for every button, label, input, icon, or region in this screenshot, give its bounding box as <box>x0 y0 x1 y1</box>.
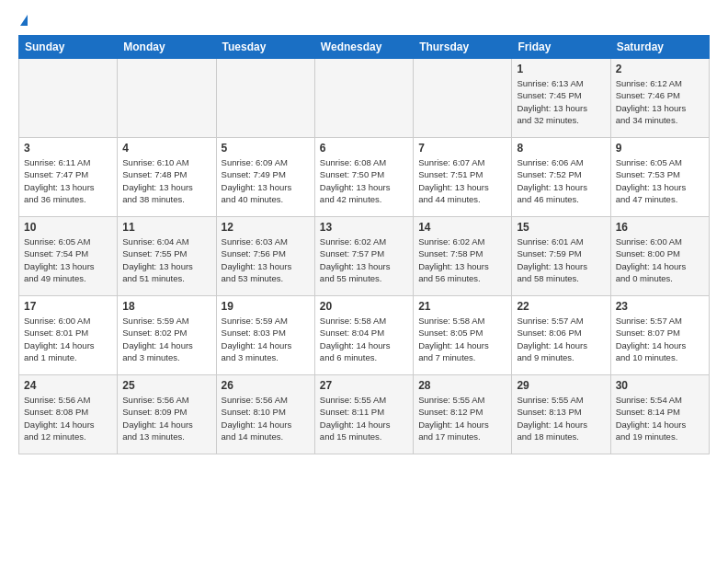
day-cell: 10Sunrise: 6:05 AM Sunset: 7:54 PM Dayli… <box>19 217 118 296</box>
day-number: 30 <box>616 379 704 392</box>
day-number: 19 <box>222 300 310 313</box>
day-number: 18 <box>122 300 210 313</box>
day-cell: 8Sunrise: 6:06 AM Sunset: 7:52 PM Daylig… <box>512 138 610 217</box>
header <box>18 15 710 26</box>
day-cell: 13Sunrise: 6:02 AM Sunset: 7:57 PM Dayli… <box>314 217 413 296</box>
day-info: Sunrise: 5:59 AM Sunset: 8:02 PM Dayligh… <box>122 315 210 363</box>
col-header-saturday: Saturday <box>610 36 709 59</box>
day-number: 21 <box>418 300 506 313</box>
day-info: Sunrise: 6:13 AM Sunset: 7:45 PM Dayligh… <box>517 77 605 126</box>
day-info: Sunrise: 5:56 AM Sunset: 8:10 PM Dayligh… <box>222 394 310 442</box>
day-number: 20 <box>320 300 408 313</box>
day-info: Sunrise: 6:06 AM Sunset: 7:52 PM Dayligh… <box>517 156 605 205</box>
day-number: 15 <box>517 221 605 234</box>
week-row-5: 24Sunrise: 5:56 AM Sunset: 8:08 PM Dayli… <box>19 375 710 454</box>
day-cell: 17Sunrise: 6:00 AM Sunset: 8:01 PM Dayli… <box>19 296 118 375</box>
day-info: Sunrise: 6:08 AM Sunset: 7:50 PM Dayligh… <box>320 156 408 205</box>
day-info: Sunrise: 5:55 AM Sunset: 8:11 PM Dayligh… <box>320 394 408 442</box>
day-number: 7 <box>418 142 506 155</box>
day-number: 11 <box>122 221 210 234</box>
day-cell: 21Sunrise: 5:58 AM Sunset: 8:05 PM Dayli… <box>414 296 512 375</box>
day-cell: 3Sunrise: 6:11 AM Sunset: 7:47 PM Daylig… <box>19 138 118 217</box>
week-row-2: 3Sunrise: 6:11 AM Sunset: 7:47 PM Daylig… <box>19 138 710 217</box>
logo <box>18 15 28 26</box>
day-info: Sunrise: 5:56 AM Sunset: 8:09 PM Dayligh… <box>122 394 210 442</box>
day-cell: 9Sunrise: 6:05 AM Sunset: 7:53 PM Daylig… <box>610 138 709 217</box>
day-cell <box>314 59 413 138</box>
col-header-monday: Monday <box>118 36 216 59</box>
day-number: 29 <box>517 379 605 392</box>
day-number: 22 <box>517 300 605 313</box>
day-info: Sunrise: 6:02 AM Sunset: 7:57 PM Dayligh… <box>320 236 408 284</box>
day-number: 2 <box>616 63 704 75</box>
day-cell: 11Sunrise: 6:04 AM Sunset: 7:55 PM Dayli… <box>118 217 216 296</box>
day-number: 27 <box>320 379 408 392</box>
day-number: 14 <box>418 221 506 234</box>
day-number: 1 <box>517 63 605 75</box>
col-header-sunday: Sunday <box>19 36 118 59</box>
day-cell: 5Sunrise: 6:09 AM Sunset: 7:49 PM Daylig… <box>216 138 314 217</box>
day-info: Sunrise: 6:00 AM Sunset: 8:00 PM Dayligh… <box>616 236 704 284</box>
week-row-3: 10Sunrise: 6:05 AM Sunset: 7:54 PM Dayli… <box>19 217 710 296</box>
day-cell: 27Sunrise: 5:55 AM Sunset: 8:11 PM Dayli… <box>314 375 413 454</box>
day-cell: 14Sunrise: 6:02 AM Sunset: 7:58 PM Dayli… <box>414 217 512 296</box>
day-cell <box>19 59 118 138</box>
day-cell: 12Sunrise: 6:03 AM Sunset: 7:56 PM Dayli… <box>216 217 314 296</box>
col-header-tuesday: Tuesday <box>216 36 314 59</box>
day-number: 28 <box>418 379 506 392</box>
calendar-table: SundayMondayTuesdayWednesdayThursdayFrid… <box>18 35 710 454</box>
page: SundayMondayTuesdayWednesdayThursdayFrid… <box>0 0 728 469</box>
day-number: 6 <box>320 142 408 155</box>
day-cell: 25Sunrise: 5:56 AM Sunset: 8:09 PM Dayli… <box>118 375 216 454</box>
day-cell <box>118 59 216 138</box>
day-info: Sunrise: 6:12 AM Sunset: 7:46 PM Dayligh… <box>616 77 704 126</box>
day-cell: 24Sunrise: 5:56 AM Sunset: 8:08 PM Dayli… <box>19 375 118 454</box>
col-header-friday: Friday <box>512 36 610 59</box>
day-number: 23 <box>616 300 704 313</box>
day-info: Sunrise: 6:05 AM Sunset: 7:53 PM Dayligh… <box>616 156 704 205</box>
day-cell: 15Sunrise: 6:01 AM Sunset: 7:59 PM Dayli… <box>512 217 610 296</box>
day-cell: 6Sunrise: 6:08 AM Sunset: 7:50 PM Daylig… <box>314 138 413 217</box>
day-info: Sunrise: 6:00 AM Sunset: 8:01 PM Dayligh… <box>24 315 112 363</box>
day-info: Sunrise: 5:54 AM Sunset: 8:14 PM Dayligh… <box>616 394 704 442</box>
day-cell: 29Sunrise: 5:55 AM Sunset: 8:13 PM Dayli… <box>512 375 610 454</box>
logo-triangle-icon <box>20 15 28 26</box>
day-info: Sunrise: 5:57 AM Sunset: 8:07 PM Dayligh… <box>616 315 704 363</box>
day-cell: 23Sunrise: 5:57 AM Sunset: 8:07 PM Dayli… <box>610 296 709 375</box>
day-cell: 7Sunrise: 6:07 AM Sunset: 7:51 PM Daylig… <box>414 138 512 217</box>
day-number: 8 <box>517 142 605 155</box>
day-info: Sunrise: 6:05 AM Sunset: 7:54 PM Dayligh… <box>24 236 112 284</box>
day-number: 26 <box>222 379 310 392</box>
day-cell: 28Sunrise: 5:55 AM Sunset: 8:12 PM Dayli… <box>414 375 512 454</box>
day-info: Sunrise: 5:58 AM Sunset: 8:04 PM Dayligh… <box>320 315 408 363</box>
day-cell <box>414 59 512 138</box>
col-header-thursday: Thursday <box>414 36 512 59</box>
day-cell <box>216 59 314 138</box>
day-number: 16 <box>616 221 704 234</box>
day-number: 12 <box>222 221 310 234</box>
day-info: Sunrise: 5:57 AM Sunset: 8:06 PM Dayligh… <box>517 315 605 363</box>
day-cell: 16Sunrise: 6:00 AM Sunset: 8:00 PM Dayli… <box>610 217 709 296</box>
day-cell: 19Sunrise: 5:59 AM Sunset: 8:03 PM Dayli… <box>216 296 314 375</box>
day-cell: 26Sunrise: 5:56 AM Sunset: 8:10 PM Dayli… <box>216 375 314 454</box>
day-cell: 18Sunrise: 5:59 AM Sunset: 8:02 PM Dayli… <box>118 296 216 375</box>
day-info: Sunrise: 6:11 AM Sunset: 7:47 PM Dayligh… <box>24 156 112 205</box>
day-info: Sunrise: 6:01 AM Sunset: 7:59 PM Dayligh… <box>517 236 605 284</box>
day-cell: 20Sunrise: 5:58 AM Sunset: 8:04 PM Dayli… <box>314 296 413 375</box>
day-info: Sunrise: 6:10 AM Sunset: 7:48 PM Dayligh… <box>122 156 210 205</box>
day-info: Sunrise: 6:09 AM Sunset: 7:49 PM Dayligh… <box>222 156 310 205</box>
day-info: Sunrise: 6:02 AM Sunset: 7:58 PM Dayligh… <box>418 236 506 284</box>
day-number: 4 <box>122 142 210 155</box>
day-number: 5 <box>222 142 310 155</box>
day-cell: 2Sunrise: 6:12 AM Sunset: 7:46 PM Daylig… <box>610 59 709 138</box>
day-cell: 30Sunrise: 5:54 AM Sunset: 8:14 PM Dayli… <box>610 375 709 454</box>
day-info: Sunrise: 5:58 AM Sunset: 8:05 PM Dayligh… <box>418 315 506 363</box>
day-info: Sunrise: 5:56 AM Sunset: 8:08 PM Dayligh… <box>24 394 112 442</box>
col-header-wednesday: Wednesday <box>314 36 413 59</box>
day-number: 3 <box>24 142 112 155</box>
day-cell: 22Sunrise: 5:57 AM Sunset: 8:06 PM Dayli… <box>512 296 610 375</box>
week-row-4: 17Sunrise: 6:00 AM Sunset: 8:01 PM Dayli… <box>19 296 710 375</box>
day-info: Sunrise: 5:55 AM Sunset: 8:13 PM Dayligh… <box>517 394 605 442</box>
header-row: SundayMondayTuesdayWednesdayThursdayFrid… <box>19 36 710 59</box>
day-info: Sunrise: 6:04 AM Sunset: 7:55 PM Dayligh… <box>122 236 210 284</box>
